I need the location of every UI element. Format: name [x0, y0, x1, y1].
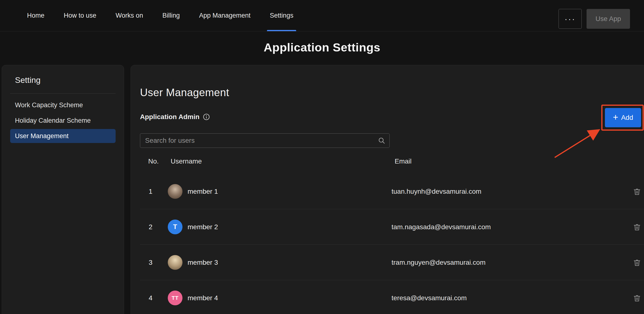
- nav-tab-works-on[interactable]: Works on: [116, 0, 143, 31]
- delete-user-button[interactable]: [633, 294, 641, 302]
- sidebar-title: Setting: [10, 65, 116, 94]
- table-row: 1 member 1 tuan.huynh@devsamurai.com: [140, 174, 644, 209]
- header-no: No.: [148, 157, 159, 165]
- sidebar-item-work-capacity-scheme[interactable]: Work Capacity Scheme: [10, 98, 116, 112]
- user-management-panel: User Management Application Admin + Add: [130, 65, 644, 314]
- nav-right-actions: ··· Use App: [558, 9, 630, 29]
- row-number: 3: [149, 259, 152, 266]
- email: tram.nguyen@devsamurai.com: [392, 259, 486, 266]
- avatar: T: [168, 220, 182, 234]
- email: tuan.huynh@devsamurai.com: [392, 188, 481, 195]
- username: member 3: [188, 259, 218, 266]
- sidebar-item-holiday-calendar-scheme[interactable]: Holiday Calendar Scheme: [10, 114, 116, 128]
- more-options-button[interactable]: ···: [558, 9, 582, 29]
- panel-title: User Management: [140, 87, 229, 99]
- nav-tab-app-management[interactable]: App Management: [199, 0, 250, 31]
- application-admin-label: Application Admin: [140, 113, 200, 121]
- username: member 4: [188, 294, 218, 302]
- table-header: No. Username Email: [140, 154, 644, 169]
- plus-icon: +: [613, 113, 618, 122]
- email: tam.nagasada@devsamurai.com: [392, 223, 491, 231]
- username: member 1: [188, 188, 218, 195]
- search-box: [140, 133, 390, 148]
- add-user-button[interactable]: + Add: [605, 108, 641, 127]
- top-navbar: Home How to use Works on Billing App Man…: [0, 0, 644, 32]
- table-rows: 1 member 1 tuan.huynh@devsamurai.com 2 T…: [140, 174, 644, 314]
- row-number: 4: [149, 294, 152, 302]
- avatar: [168, 255, 182, 270]
- email: teresa@devsamurai.com: [392, 294, 467, 302]
- nav-tab-settings[interactable]: Settings: [270, 0, 294, 31]
- delete-user-button[interactable]: [633, 223, 641, 231]
- table-row: 2 T member 2 tam.nagasada@devsamurai.com: [140, 209, 644, 245]
- avatar: TT: [168, 290, 182, 305]
- search-icon: [378, 137, 386, 144]
- add-button-label: Add: [621, 114, 633, 122]
- application-settings-page: { "nav": { "items": [ {"label": "Home", …: [0, 0, 644, 314]
- table-row: 3 member 3 tram.nguyen@devsamurai.com: [140, 245, 644, 280]
- row-number: 2: [149, 223, 152, 231]
- application-admin-section: Application Admin: [140, 113, 210, 121]
- sidebar-item-user-management[interactable]: User Management: [10, 129, 116, 143]
- username: member 2: [188, 223, 218, 231]
- page-title: Application Settings: [0, 41, 644, 54]
- table-row: 4 TT member 4 teresa@devsamurai.com: [140, 280, 644, 314]
- row-number: 1: [149, 188, 152, 195]
- avatar: [168, 184, 182, 199]
- delete-user-button[interactable]: [633, 258, 641, 267]
- info-icon[interactable]: [203, 113, 210, 121]
- delete-user-button[interactable]: [633, 187, 641, 196]
- nav-tab-how-to-use[interactable]: How to use: [64, 0, 96, 31]
- sidebar-divider: [10, 94, 116, 94]
- nav-tab-home[interactable]: Home: [27, 0, 44, 31]
- search-input[interactable]: [140, 134, 389, 148]
- header-username: Username: [171, 157, 202, 165]
- sidebar-list: Work Capacity Scheme Holiday Calendar Sc…: [10, 98, 116, 143]
- nav-tab-billing[interactable]: Billing: [162, 0, 180, 31]
- header-email: Email: [395, 157, 412, 165]
- users-table: No. Username Email 1 member 1 tuan.huynh…: [140, 154, 644, 314]
- settings-sidebar: Setting Work Capacity Scheme Holiday Cal…: [2, 65, 124, 314]
- use-app-button[interactable]: Use App: [586, 9, 630, 29]
